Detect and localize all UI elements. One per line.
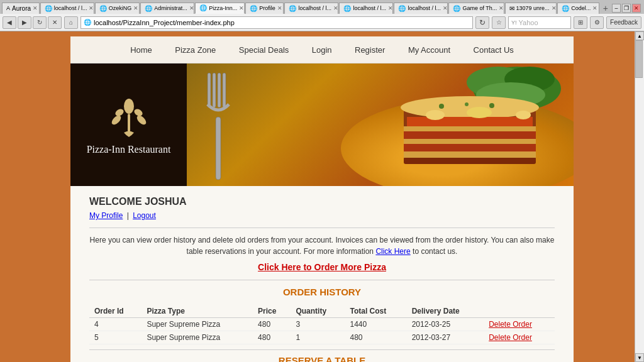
tab-localhost4[interactable]: 🌐 localhost / l... ✕ (394, 3, 448, 14)
reserve-table-title: RESERVE A TABLE (89, 355, 555, 362)
table-header-row: Order Id Pizza Type Price Quantity Total… (89, 305, 555, 318)
new-tab-button[interactable]: + (600, 3, 611, 14)
star-icon[interactable]: ☆ (492, 16, 506, 29)
tab-close[interactable]: ✕ (499, 5, 504, 11)
tab-admin[interactable]: 🌐 Administrat... ✕ (140, 3, 194, 14)
restaurant-name: Pizza-Inn Restaurant (87, 144, 171, 155)
table-row: 4 Super Supreme Pizza 480 3 1440 2012-03… (89, 318, 555, 331)
tab-close[interactable]: ✕ (388, 5, 393, 11)
order-history-table: Order Id Pizza Type Price Quantity Total… (89, 305, 555, 344)
tab-close[interactable]: ✕ (89, 5, 94, 11)
svg-rect-7 (208, 73, 211, 107)
my-profile-link[interactable]: My Profile (89, 211, 123, 220)
tab-label: Profile (259, 5, 275, 11)
url-bar[interactable]: 🌐 localhost/PizzaInn_Project/member-inde… (80, 16, 473, 29)
delete-order-1[interactable]: Delete Order (489, 320, 532, 329)
fork-icon (196, 67, 240, 183)
yahoo-logo: Y! (511, 19, 517, 26)
logout-link[interactable]: Logout (133, 211, 156, 220)
scroll-track[interactable] (635, 40, 644, 353)
nav-home[interactable]: Home (130, 45, 152, 55)
tab-close[interactable]: ✕ (239, 5, 244, 11)
minimize-button[interactable]: – (612, 4, 621, 13)
svg-rect-9 (218, 73, 221, 107)
restore-button[interactable]: ❐ (622, 4, 631, 13)
food-image (379, 63, 567, 180)
col-pizza-type: Pizza Type (142, 305, 253, 318)
browser-nav-buttons: ◀ ▶ ↻ ✕ (3, 16, 62, 29)
svg-rect-18 (404, 126, 536, 131)
tab-close[interactable]: ✕ (443, 5, 448, 11)
refresh-icon[interactable]: ↻ (475, 16, 489, 29)
col-total-cost: Total Cost (345, 305, 407, 318)
tab-profile[interactable]: 🌐 Profile ✕ (245, 3, 284, 14)
tab-favicon: A (6, 5, 10, 11)
svg-point-26 (516, 111, 531, 119)
tab-favicon: 🌐 (45, 5, 52, 12)
bookmark-icon[interactable]: ⊞ (574, 16, 587, 29)
tab-localhost1[interactable]: 🌐 localhost / l... ✕ (40, 3, 94, 14)
order-more-pizza-link[interactable]: Click Here to Order More Pizza (89, 262, 555, 272)
tab-code[interactable]: 🌐 Codel... ✕ (557, 3, 599, 14)
col-order-id: Order Id (89, 305, 142, 318)
svg-point-1 (124, 99, 134, 114)
close-window-button[interactable]: ✕ (632, 4, 641, 13)
scroll-thumb[interactable] (635, 40, 643, 78)
nav-contact-us[interactable]: Contact Us (474, 45, 514, 55)
reload-button[interactable]: ↻ (33, 16, 47, 29)
contact-click-here-link[interactable]: Click Here (375, 247, 410, 256)
tab-favicon: 🌐 (343, 5, 351, 12)
feedback-button[interactable]: Feedback (606, 16, 641, 29)
navigation-bar: Home Pizza Zone Special Deals Login Regi… (70, 36, 574, 63)
tab-aurora[interactable]: A Aurora ✕ (2, 3, 40, 14)
tab-close[interactable]: ✕ (133, 5, 138, 11)
tab-close[interactable]: ✕ (552, 5, 557, 11)
tab-close[interactable]: ✕ (33, 5, 38, 11)
tab-label: localhost / l... (408, 5, 441, 11)
svg-rect-10 (223, 73, 226, 107)
tab-pizza-inn[interactable]: 🌐 Pizza-Inn... ✕ (195, 3, 245, 14)
home-button[interactable]: ⌂ (64, 16, 78, 29)
delete-cell-1: Delete Order (484, 318, 555, 331)
scroll-down-arrow[interactable]: ▼ (635, 353, 644, 362)
svg-point-24 (426, 110, 445, 120)
nav-pizza-zone[interactable]: Pizza Zone (175, 45, 216, 55)
ornament-icon (110, 95, 148, 139)
nav-register[interactable]: Register (355, 45, 385, 55)
nav-special-deals[interactable]: Special Deals (239, 45, 289, 55)
info-text-1: Here you can view order history and dele… (90, 236, 555, 256)
svg-point-5 (135, 114, 148, 126)
svg-rect-19 (404, 131, 536, 139)
tab-close[interactable]: ✕ (277, 5, 282, 11)
tab-ozekiNG[interactable]: 🌐 OzekiNG ✕ (95, 3, 140, 14)
search-bar[interactable]: Y! Yahoo (508, 16, 571, 29)
delivery-date-1: 2012-03-25 (407, 318, 484, 331)
tab-mail[interactable]: ✉ 13079 unre... ✕ (505, 3, 557, 14)
tab-close[interactable]: ✕ (189, 5, 194, 11)
svg-point-27 (439, 104, 444, 109)
tab-label: Pizza-Inn... (209, 5, 237, 11)
price-1: 480 (253, 318, 291, 331)
tab-label: Aurora (12, 5, 31, 12)
tab-label: Administrat... (154, 5, 187, 11)
profile-links: My Profile | Logout (89, 211, 555, 220)
svg-rect-21 (404, 144, 536, 151)
tab-close[interactable]: ✕ (592, 5, 597, 11)
delete-order-2[interactable]: Delete Order (489, 333, 532, 342)
scroll-up-arrow[interactable]: ▲ (635, 31, 644, 40)
back-button[interactable]: ◀ (3, 16, 16, 29)
forward-button[interactable]: ▶ (18, 16, 31, 29)
info-paragraph: Here you can view order history and dele… (89, 234, 555, 257)
nav-my-account[interactable]: My Account (408, 45, 450, 55)
settings-icon[interactable]: ⚙ (590, 16, 604, 29)
col-price: Price (253, 305, 291, 318)
tab-localhost3[interactable]: 🌐 localhost / l... ✕ (339, 3, 393, 14)
tab-label: OzekiNG (109, 5, 132, 11)
tab-close[interactable]: ✕ (333, 5, 338, 11)
nav-login[interactable]: Login (312, 45, 332, 55)
tab-game[interactable]: 🌐 Game of Th... ✕ (448, 3, 504, 14)
stop-button[interactable]: ✕ (48, 16, 62, 29)
delete-cell-2: Delete Order (484, 331, 555, 344)
content-area: WELCOME JOSHUA My Profile | Logout Here … (70, 186, 574, 362)
tab-localhost2[interactable]: 🌐 localhost / l... ✕ (284, 3, 338, 14)
